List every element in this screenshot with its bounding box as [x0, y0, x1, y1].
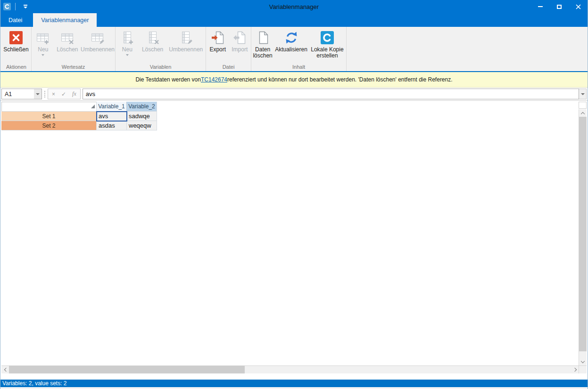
button-label: Lokale Kopie erstellen	[309, 47, 346, 59]
minimize-button[interactable]	[531, 0, 550, 13]
expand-formula-bar-button[interactable]	[579, 89, 587, 99]
chevron-down-icon	[581, 359, 585, 363]
vertical-scroll-thumb[interactable]	[579, 117, 587, 351]
cell-b1[interactable]: sadwqe	[127, 112, 157, 121]
formula-input[interactable]: avs	[83, 89, 579, 99]
button-label: Schließen	[3, 47, 28, 53]
ribbon-group-wertesatz: Neu Löschen Umbenennen Wertesatz	[32, 27, 116, 71]
scroll-up-button[interactable]	[579, 109, 587, 117]
variablen-neu-button[interactable]: Neu	[116, 28, 139, 64]
refresh-icon	[284, 30, 298, 46]
cell-b2[interactable]: weqeqw	[127, 121, 157, 130]
ribbon-group-aktionen: Schließen Aktionen	[1, 27, 32, 71]
table-row-rename-icon	[91, 30, 105, 46]
group-label-variablen: Variablen	[116, 64, 205, 71]
scroll-left-button[interactable]	[1, 366, 9, 373]
table-column-rename-icon	[179, 30, 193, 46]
chevron-right-icon	[572, 368, 576, 372]
info-text-before: Die Testdaten werden von	[135, 76, 201, 83]
export-button[interactable]: Export	[207, 28, 229, 64]
export-file-icon	[211, 30, 225, 46]
row-header-set-1[interactable]: Set 1	[1, 112, 97, 121]
cell-reference: A1	[2, 91, 34, 97]
lokale-kopie-erstellen-button[interactable]: Lokale Kopie erstellen	[309, 28, 346, 64]
wertesatz-neu-button[interactable]: Neu	[32, 28, 54, 64]
button-label: Umbenennen	[169, 47, 203, 53]
horizontal-scroll-thumb[interactable]	[9, 366, 245, 373]
aktualisieren-button[interactable]: Aktualisieren	[273, 28, 309, 64]
app-logo-icon	[320, 30, 334, 46]
title-bar: Variablenmanager	[0, 0, 588, 13]
button-label: Export	[209, 47, 226, 53]
horizontal-scrollbar[interactable]	[1, 365, 579, 373]
ribbon-group-variablen: Neu Löschen Umbenennen Variablen	[116, 27, 206, 71]
formula-bar-splitter[interactable]	[42, 91, 48, 97]
close-window-button[interactable]	[569, 0, 588, 13]
tab-datei[interactable]: Datei	[0, 13, 30, 27]
spreadsheet-area: Variable_1 Variable_2 Set 1 avs sadwqe S…	[0, 101, 588, 380]
scroll-right-button[interactable]	[571, 366, 579, 373]
variablen-loeschen-button[interactable]: Löschen	[139, 28, 167, 64]
chevron-down-icon	[41, 54, 44, 56]
button-label: Neu	[122, 47, 133, 53]
window-title: Variablenmanager	[0, 3, 588, 10]
chevron-down-icon	[126, 54, 129, 56]
scrollbar-top-box	[579, 102, 587, 109]
chevron-up-icon	[581, 112, 585, 115]
table-column-add-icon	[120, 30, 134, 46]
wertesatz-loeschen-button[interactable]: Löschen	[54, 28, 81, 64]
cancel-entry-button[interactable]: ×	[52, 91, 55, 97]
table-column-delete-icon	[146, 30, 160, 46]
scrollbar-corner	[579, 365, 587, 373]
scroll-down-button[interactable]	[579, 358, 587, 365]
column-header-variable-2[interactable]: Variable_2	[127, 102, 157, 112]
maximize-icon	[557, 5, 562, 9]
window-controls	[531, 0, 588, 13]
select-all-corner-cell[interactable]	[1, 102, 97, 112]
group-label-inhalt: Inhalt	[252, 64, 346, 71]
cell-name-box[interactable]: A1	[1, 89, 42, 99]
column-header-variable-1[interactable]: Variable_1	[97, 102, 127, 112]
group-label-wertesatz: Wertesatz	[32, 64, 115, 71]
testcase-link[interactable]: TC142674	[201, 76, 227, 83]
button-label: Import	[232, 47, 248, 53]
daten-loeschen-button[interactable]: Daten löschen	[252, 28, 273, 64]
wertesatz-umbenennen-button[interactable]: Umbenennen	[81, 28, 115, 64]
window-bottom-edge	[0, 387, 588, 389]
confirm-entry-button[interactable]: ✓	[61, 91, 66, 97]
insert-function-button[interactable]: fx	[72, 90, 76, 97]
chevron-down-icon	[36, 93, 40, 95]
ribbon-group-datei: Export Import Datei	[206, 27, 251, 71]
vertical-scrollbar[interactable]	[579, 109, 587, 365]
close-icon	[576, 4, 581, 9]
formula-bar: A1 × ✓ fx avs	[0, 88, 588, 101]
blank-page-icon	[256, 30, 270, 46]
reference-info-bar: Die Testdaten werden von TC142674 refere…	[0, 72, 588, 88]
group-label-datei: Datei	[207, 64, 250, 71]
button-label: Aktualisieren	[275, 47, 307, 53]
import-button[interactable]: Import	[229, 28, 250, 64]
status-text: Variables: 2, value sets: 2	[2, 380, 67, 387]
formula-buttons: × ✓ fx	[48, 89, 81, 99]
import-file-icon	[232, 30, 247, 46]
name-box-dropdown-button[interactable]	[34, 89, 41, 99]
maximize-button[interactable]	[550, 0, 569, 13]
close-x-icon	[9, 30, 23, 46]
table-row-delete-icon	[60, 30, 75, 46]
group-label-aktionen: Aktionen	[2, 64, 31, 71]
ribbon-group-inhalt: Daten löschen Aktualisieren Lokale Kopie…	[251, 27, 347, 71]
table-row-add-icon	[36, 30, 50, 46]
cell-a2[interactable]: asdas	[97, 121, 127, 130]
schliessen-button[interactable]: Schließen	[2, 28, 30, 64]
cell-a1-selected[interactable]: avs	[97, 112, 127, 121]
info-text-after: referenziert und können nur dort bearbei…	[227, 76, 453, 83]
button-label: Löschen	[142, 47, 163, 53]
variablen-umbenennen-button[interactable]: Umbenennen	[166, 28, 205, 64]
status-bar: Variables: 2, value sets: 2	[0, 380, 588, 387]
button-label: Daten löschen	[252, 47, 273, 59]
variablenmanager-window: Variablenmanager Datei Variablenmanager …	[0, 0, 588, 389]
ribbon-tab-row: Datei Variablenmanager	[0, 13, 588, 27]
row-header-set-2[interactable]: Set 2	[1, 121, 97, 130]
button-label: Löschen	[57, 47, 78, 53]
tab-variablenmanager[interactable]: Variablenmanager	[33, 13, 97, 27]
